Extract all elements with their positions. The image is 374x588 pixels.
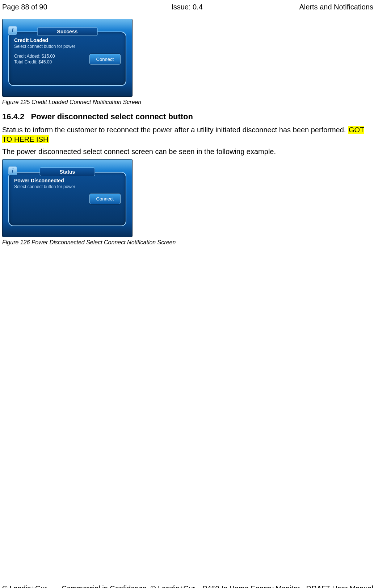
info-icon: i bbox=[8, 166, 17, 175]
panel-body: Power Disconnected Select connect button… bbox=[14, 178, 121, 222]
notification-panel: i Status Power Disconnected Select conne… bbox=[8, 172, 126, 226]
section-heading: 16.4.2 Power disconnected select connect… bbox=[2, 112, 371, 121]
credit-loaded-screenshot: i Success Credit Loaded Select connect b… bbox=[2, 19, 133, 97]
panel-title: Status bbox=[40, 167, 95, 176]
notification-panel: i Success Credit Loaded Select connect b… bbox=[8, 32, 126, 86]
figure-126-caption: Figure 126 Power Disconnected Select Con… bbox=[2, 239, 371, 246]
panel-body: Credit Loaded Select connect button for … bbox=[14, 37, 121, 82]
credit-added: Credit Added: $15.00 bbox=[14, 53, 55, 59]
footer-copyright: © Landis+Gyr bbox=[2, 584, 47, 588]
panel-title: Success bbox=[37, 27, 98, 36]
page-header: Page 88 of 90 Issue: 0.4 Alerts and Noti… bbox=[0, 3, 374, 11]
paragraph-1-text: Status to inform the customer to reconne… bbox=[2, 126, 348, 134]
figure-125-caption: Figure 125 Credit Loaded Connect Notific… bbox=[2, 99, 371, 105]
page-content: i Success Credit Loaded Select connect b… bbox=[2, 19, 371, 252]
section-number: 16.4.2 bbox=[2, 112, 24, 121]
total-credit: Total Credit: $45.00 bbox=[14, 59, 55, 65]
footer-confidential: Commercial in Confidence. © Landis+Gyr bbox=[62, 584, 195, 588]
panel-heading: Power Disconnected bbox=[14, 178, 121, 183]
connect-button[interactable]: Connect bbox=[89, 194, 121, 204]
connect-button[interactable]: Connect bbox=[89, 54, 121, 65]
paragraph-2: The power disconnected select connect sc… bbox=[2, 147, 371, 156]
paragraph-1: Status to inform the customer to reconne… bbox=[2, 125, 371, 144]
panel-subtext: Select connect button for power bbox=[14, 184, 121, 189]
panel-heading: Credit Loaded bbox=[14, 37, 121, 43]
section-title: Power disconnected select connect button bbox=[31, 112, 193, 121]
footer-doc-title: P450 In Home Energy Monitor - DRAFT User… bbox=[202, 584, 373, 588]
issue-number: Issue: 0.4 bbox=[0, 3, 374, 11]
power-disconnected-screenshot: i Status Power Disconnected Select conne… bbox=[2, 159, 133, 237]
panel-subtext: Select connect button for power bbox=[14, 44, 121, 49]
credit-stats: Credit Added: $15.00 Total Credit: $45.0… bbox=[14, 53, 55, 65]
info-icon: i bbox=[8, 26, 17, 35]
